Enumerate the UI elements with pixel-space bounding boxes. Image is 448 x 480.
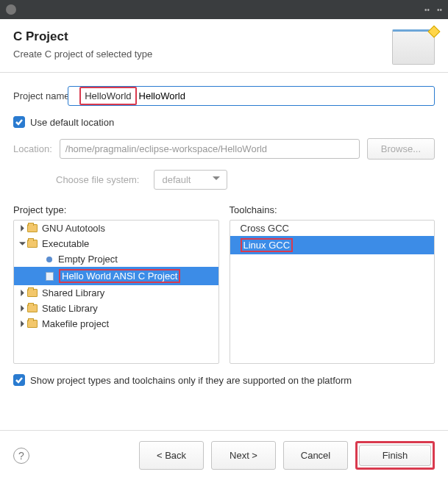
supported-filter-label: Show project types and toolchains only i…	[30, 375, 352, 386]
folder-icon	[27, 289, 38, 297]
toolchains-label: Toolchains:	[230, 204, 435, 215]
filesystem-row: Choose file system: default	[56, 170, 435, 190]
list-item-label: Linux GCC	[243, 240, 291, 251]
list-item-label: Cross GCC	[241, 223, 289, 234]
location-label: Location:	[13, 143, 52, 154]
tree-item[interactable]: Makefile project	[14, 316, 218, 332]
project-name-label: Project name:	[13, 90, 72, 101]
list-item[interactable]: Cross GCC	[230, 221, 435, 236]
tree-item[interactable]: Executable	[14, 236, 218, 251]
default-location-checkbox[interactable]	[13, 116, 25, 128]
expand-arrow-icon[interactable]	[18, 305, 26, 312]
project-type-label: Project type:	[13, 204, 219, 215]
tree-item-label: GNU Autotools	[42, 223, 105, 234]
tree-item[interactable]: Shared Library	[14, 285, 218, 301]
folder-icon	[27, 304, 38, 312]
window-controls[interactable]: ••••	[424, 6, 442, 14]
expand-arrow-icon[interactable]	[18, 225, 26, 232]
tree-item[interactable]: Hello World ANSI C Project	[14, 267, 218, 285]
toolchains-list[interactable]: Cross GCCLinux GCC	[230, 220, 435, 364]
location-input	[60, 139, 360, 159]
location-row: Location: Browse...	[13, 138, 435, 160]
project-name-highlight: HelloWorld	[82, 89, 134, 103]
folder-icon	[27, 240, 38, 248]
tree-item-label: Makefile project	[42, 318, 109, 329]
tree-item-label: Executable	[42, 238, 89, 249]
expand-arrow-icon[interactable]	[18, 240, 26, 247]
finish-button[interactable]: Finish	[359, 445, 431, 466]
tree-item[interactable]: Static Library	[14, 301, 218, 316]
tree-item-label: Empty Project	[58, 254, 118, 265]
cancel-button[interactable]: Cancel	[283, 441, 348, 470]
tree-item-label: Static Library	[42, 303, 98, 314]
tree-item-label: Shared Library	[42, 287, 104, 298]
project-type-tree[interactable]: GNU AutotoolsExecutableEmpty ProjectHell…	[13, 220, 219, 364]
browse-button: Browse...	[367, 138, 435, 160]
wizard-banner-icon	[392, 29, 435, 65]
tree-item-label: Hello World ANSI C Project	[62, 271, 177, 282]
wizard-subtitle: Create C project of selected type	[13, 49, 392, 60]
titlebar: ••••	[0, 0, 448, 19]
wizard-footer: ? < Back Next > Cancel Finish	[0, 430, 448, 480]
filesystem-select: default	[154, 170, 227, 190]
back-button[interactable]: < Back	[139, 441, 204, 470]
eclipse-icon	[6, 4, 16, 15]
next-button[interactable]: Next >	[211, 441, 276, 470]
help-button[interactable]: ?	[13, 448, 29, 464]
folder-icon	[27, 224, 38, 232]
tree-item[interactable]: Empty Project	[14, 251, 218, 267]
tree-item[interactable]: GNU Autotools	[14, 221, 218, 236]
wizard-title: C Project	[13, 29, 392, 44]
supported-filter-checkbox[interactable]	[13, 374, 25, 386]
highlight-box: Hello World ANSI C Project	[59, 269, 180, 283]
check-icon	[15, 118, 24, 126]
project-name-row: Project name: HelloWorld	[13, 86, 435, 106]
supported-filter-row[interactable]: Show project types and toolchains only i…	[13, 374, 435, 386]
check-icon	[15, 376, 24, 384]
bullet-icon	[46, 257, 52, 262]
expand-arrow-icon[interactable]	[18, 320, 26, 327]
folder-icon	[27, 320, 38, 328]
file-icon	[46, 272, 54, 281]
list-item[interactable]: Linux GCC	[230, 236, 435, 254]
default-location-row[interactable]: Use default location	[13, 116, 435, 128]
highlight-box: Linux GCC	[241, 238, 294, 252]
filesystem-label: Choose file system:	[56, 174, 139, 185]
wizard-header: C Project Create C project of selected t…	[0, 19, 448, 73]
expand-arrow-icon[interactable]	[18, 290, 26, 296]
default-location-label: Use default location	[30, 117, 114, 128]
